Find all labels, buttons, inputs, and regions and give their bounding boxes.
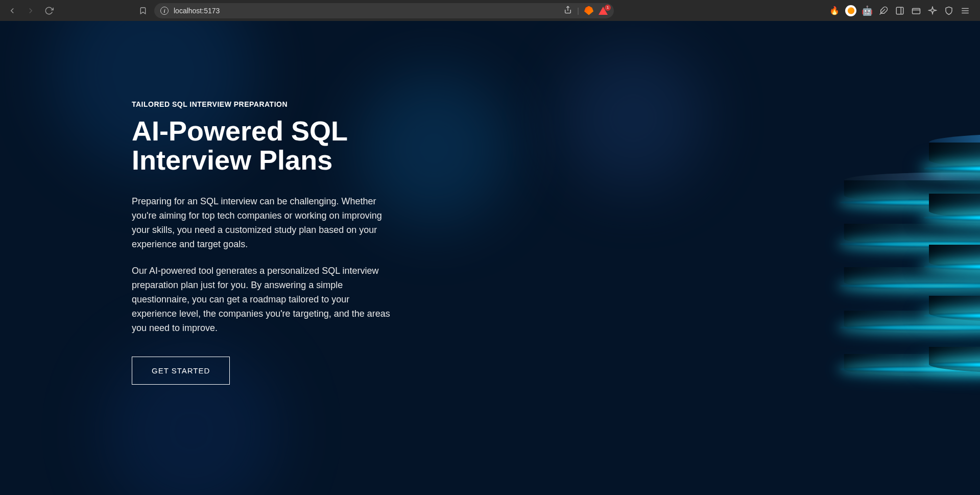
menu-icon[interactable] [960,5,971,16]
divider: | [577,7,579,15]
paragraph-2: Our AI-powered tool generates a personal… [132,264,392,335]
sidepanel-icon[interactable] [894,5,905,16]
wallet-icon[interactable] [911,5,922,16]
svg-rect-2 [896,7,903,14]
extensions-icon[interactable] [878,5,889,16]
shield-icon[interactable] [943,5,954,16]
extension-icon-1[interactable]: 🟠 [845,5,856,16]
site-info-icon[interactable]: i [160,7,169,15]
svg-rect-4 [913,8,920,14]
browser-chrome: i localhost:5173 | 1 🔥 🟠 🤖 [0,0,980,21]
paragraph-1: Preparing for an SQL interview can be ch… [132,195,392,252]
address-bar[interactable]: i localhost:5173 | 1 [154,3,614,18]
brave-icon[interactable] [584,6,593,15]
reload-button[interactable] [42,4,56,18]
warning-badge: 1 [605,5,611,11]
sparkle-icon[interactable] [927,5,938,16]
headline: AI-Powered SQL Interview Plans [132,116,393,174]
get-started-button[interactable]: GET STARTED [132,357,230,385]
extension-icon-2[interactable]: 🤖 [862,5,873,16]
url-text: localhost:5173 [174,7,559,15]
bookmark-button[interactable] [136,4,150,18]
share-icon[interactable] [564,6,572,15]
eyebrow-text: TAILORED SQL INTERVIEW PREPARATION [132,100,393,108]
forward-button[interactable] [23,4,38,18]
hero-section: TAILORED SQL INTERVIEW PREPARATION AI-Po… [0,21,980,495]
warning-icon[interactable]: 1 [599,7,608,15]
back-button[interactable] [5,4,19,18]
flame-icon[interactable]: 🔥 [829,5,840,16]
hero-content: TAILORED SQL INTERVIEW PREPARATION AI-Po… [0,21,393,385]
